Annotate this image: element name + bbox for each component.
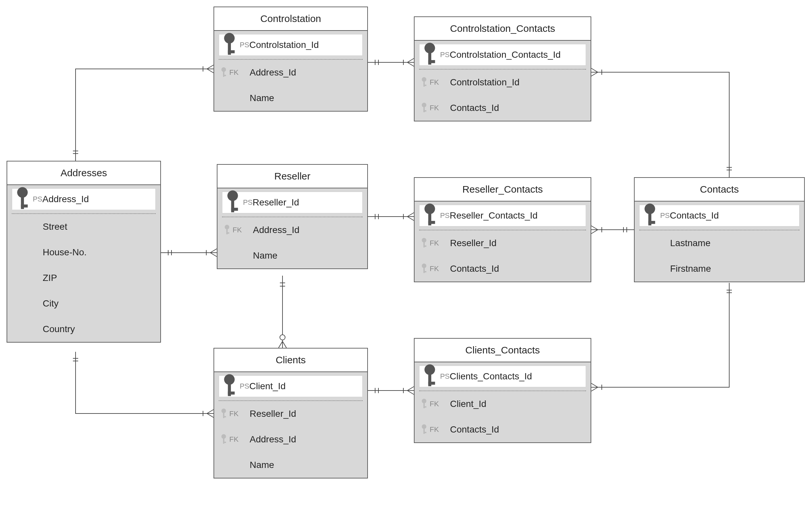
entity-controlstation-contacts: Controlstation_Contacts PS Controlstatio… bbox=[414, 16, 591, 121]
column-row: FK Contacts_Id bbox=[415, 95, 591, 121]
key-tag: FK bbox=[430, 239, 439, 247]
key-tag: PS bbox=[243, 198, 253, 207]
column-name: Reseller_Id bbox=[450, 238, 591, 248]
column-name: House-No. bbox=[43, 247, 160, 258]
svg-line-46 bbox=[591, 72, 598, 76]
column-name: Controlstation_Id bbox=[450, 77, 591, 88]
key-tag: FK bbox=[229, 68, 238, 77]
svg-line-57 bbox=[591, 387, 598, 391]
column-row: FK Contacts_Id bbox=[415, 417, 591, 442]
column-row: City bbox=[7, 291, 160, 316]
column-name: Address_Id bbox=[249, 434, 367, 444]
column-row: Country bbox=[7, 316, 160, 342]
key-tag: FK bbox=[430, 425, 439, 434]
column-name: Name bbox=[249, 93, 367, 103]
key-tag: FK bbox=[430, 78, 439, 87]
column-name: Firstname bbox=[670, 263, 804, 274]
svg-line-16 bbox=[207, 410, 214, 414]
column-name: Reseller_Id bbox=[249, 409, 367, 419]
column-row: FK Address_Id bbox=[218, 217, 367, 243]
svg-line-35 bbox=[282, 341, 286, 348]
key-tag: FK bbox=[430, 104, 439, 112]
column-name: Contacts_Id bbox=[450, 103, 591, 113]
column-name: Reseller_Contacts_Id bbox=[450, 210, 538, 221]
pk-row: PS Reseller_Id bbox=[222, 192, 363, 213]
column-name: Address_Id bbox=[253, 225, 367, 235]
key-tag: PS bbox=[440, 50, 450, 59]
entity-reseller-contacts: Reseller_Contacts PS Reseller_Contacts_I… bbox=[414, 177, 591, 282]
key-tag: FK bbox=[229, 410, 238, 418]
svg-line-17 bbox=[207, 414, 214, 417]
column-name: Lastname bbox=[670, 238, 804, 248]
column-row: House-No. bbox=[7, 240, 160, 265]
column-name: Address_Id bbox=[249, 67, 367, 78]
column-name: ZIP bbox=[43, 273, 160, 283]
column-row: Name bbox=[214, 452, 367, 478]
column-name: City bbox=[43, 298, 160, 309]
key-icon bbox=[220, 434, 227, 445]
column-row: Street bbox=[7, 214, 160, 240]
key-tag: PS bbox=[33, 195, 42, 204]
svg-line-5 bbox=[207, 65, 214, 69]
svg-line-11 bbox=[210, 249, 217, 253]
svg-point-36 bbox=[280, 335, 285, 340]
column-row: FK Reseller_Id bbox=[415, 230, 591, 256]
column-name: Name bbox=[253, 250, 367, 261]
column-name: Country bbox=[43, 324, 160, 334]
key-icon bbox=[420, 102, 428, 114]
column-name: Contacts_Id bbox=[450, 263, 591, 274]
column-name: Address_Id bbox=[42, 194, 89, 205]
entity-clients: Clients PS Client_Id FK Reseller_Id FK A… bbox=[214, 348, 368, 478]
column-name: Name bbox=[249, 460, 367, 470]
column-row: ZIP bbox=[7, 265, 160, 291]
pk-row: PS Reseller_Contacts_Id bbox=[419, 205, 586, 226]
column-name: Controlstation_Contacts_Id bbox=[450, 49, 561, 60]
key-tag: FK bbox=[229, 435, 238, 444]
key-tag: PS bbox=[440, 211, 450, 220]
key-icon bbox=[420, 77, 428, 88]
column-row: FK Controlstation_Id bbox=[415, 70, 591, 95]
svg-line-28 bbox=[407, 213, 414, 217]
column-name: Controlstation_Id bbox=[249, 40, 319, 50]
svg-line-45 bbox=[591, 68, 598, 72]
key-icon bbox=[220, 408, 227, 419]
column-name: Contacts_Id bbox=[450, 424, 591, 435]
svg-line-29 bbox=[407, 217, 414, 220]
key-icon bbox=[420, 424, 428, 435]
pk-row: PS Client_Id bbox=[219, 375, 363, 397]
pk-row: PS Clients_Contacts_Id bbox=[419, 366, 586, 387]
svg-line-34 bbox=[278, 341, 282, 348]
entity-addresses: Addresses PS Address_Id Street House-No.… bbox=[7, 161, 161, 343]
pk-row: PS Controlstation_Id bbox=[219, 34, 363, 56]
key-icon bbox=[420, 263, 428, 274]
pk-row: PS Contacts_Id bbox=[639, 205, 800, 226]
svg-line-56 bbox=[591, 383, 598, 387]
column-name: Contacts_Id bbox=[670, 210, 719, 221]
key-tag: PS bbox=[240, 41, 249, 49]
svg-line-51 bbox=[591, 226, 598, 230]
key-tag: FK bbox=[430, 400, 439, 408]
entity-controlstation: Controlstation PS Controlstation_Id FK A… bbox=[214, 7, 368, 112]
entity-clients-contacts: Clients_Contacts PS Clients_Contacts_Id … bbox=[414, 338, 591, 443]
column-name: Reseller_Id bbox=[253, 197, 299, 208]
key-tag: PS bbox=[240, 382, 249, 390]
key-icon bbox=[220, 67, 227, 78]
column-row: FK Address_Id bbox=[214, 427, 367, 452]
column-row: FK Reseller_Id bbox=[214, 401, 367, 427]
column-name: Street bbox=[43, 221, 160, 232]
entity-reseller: Reseller PS Reseller_Id FK Address_Id Na… bbox=[217, 164, 368, 269]
svg-line-52 bbox=[591, 230, 598, 234]
key-icon bbox=[223, 224, 231, 236]
pk-row: PS Address_Id bbox=[12, 188, 156, 210]
column-name: Client_Id bbox=[450, 399, 591, 409]
key-tag: FK bbox=[430, 264, 439, 273]
column-row: FK Address_Id bbox=[214, 60, 367, 85]
svg-line-41 bbox=[407, 390, 414, 394]
svg-line-23 bbox=[407, 62, 414, 66]
column-row: Name bbox=[218, 243, 367, 268]
column-row: Firstname bbox=[634, 256, 804, 282]
column-row: Name bbox=[214, 85, 367, 111]
column-row: FK Client_Id bbox=[415, 391, 591, 417]
column-name: Client_Id bbox=[249, 381, 286, 391]
key-tag: FK bbox=[233, 226, 242, 234]
